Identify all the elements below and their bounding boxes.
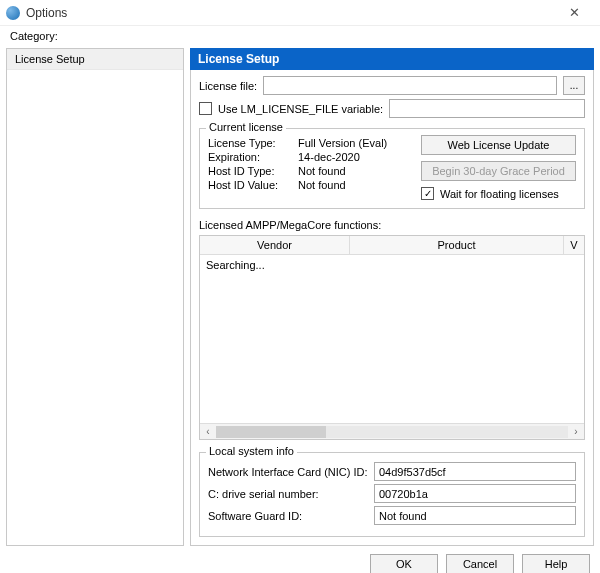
horizontal-scrollbar[interactable]: ‹ ›	[200, 423, 584, 439]
host-id-type-label: Host ID Type:	[208, 165, 298, 177]
software-guard-label: Software Guard ID:	[208, 510, 368, 522]
category-label: Category:	[0, 26, 600, 48]
cdrive-serial-input[interactable]	[374, 484, 576, 503]
wait-floating-checkbox[interactable]	[421, 187, 434, 200]
close-icon[interactable]: ✕	[554, 5, 594, 20]
web-license-update-button[interactable]: Web License Update	[421, 135, 576, 155]
wait-floating-label: Wait for floating licenses	[440, 188, 559, 200]
functions-status-text: Searching...	[206, 259, 265, 271]
scroll-right-icon[interactable]: ›	[568, 425, 584, 439]
column-vendor[interactable]: Vendor	[200, 236, 350, 254]
license-file-label: License file:	[199, 80, 257, 92]
system-info-group-title: Local system info	[206, 445, 297, 457]
license-file-input[interactable]	[263, 76, 557, 95]
column-extra[interactable]: V	[564, 236, 584, 254]
functions-section-label: Licensed AMPP/MegaCore functions:	[199, 219, 585, 231]
sidebar-item-license-setup[interactable]: License Setup	[7, 49, 183, 70]
panel-title: License Setup	[190, 48, 594, 70]
host-id-value-label: Host ID Value:	[208, 179, 298, 191]
sidebar-item-label: License Setup	[15, 53, 85, 65]
expiration-label: Expiration:	[208, 151, 298, 163]
software-guard-input[interactable]	[374, 506, 576, 525]
license-setup-panel: License Setup License file: ... Use LM_L…	[190, 48, 594, 546]
window-title: Options	[26, 6, 554, 20]
browse-button[interactable]: ...	[563, 76, 585, 95]
expiration-value: 14-dec-2020	[298, 151, 360, 163]
scrollbar-track[interactable]	[216, 426, 568, 438]
system-info-group: Local system info Network Interface Card…	[199, 452, 585, 537]
cdrive-serial-label: C: drive serial number:	[208, 488, 368, 500]
host-id-type-value: Not found	[298, 165, 346, 177]
cancel-button[interactable]: Cancel	[446, 554, 514, 573]
host-id-value-value: Not found	[298, 179, 346, 191]
app-icon	[6, 6, 20, 20]
license-type-value: Full Version (Eval)	[298, 137, 387, 149]
current-license-group-title: Current license	[206, 121, 286, 133]
category-tree[interactable]: License Setup	[6, 48, 184, 546]
functions-list[interactable]: Vendor Product V Searching... ‹ ›	[199, 235, 585, 440]
ok-button[interactable]: OK	[370, 554, 438, 573]
current-license-group: Current license License Type: Full Versi…	[199, 128, 585, 209]
license-type-label: License Type:	[208, 137, 298, 149]
nic-id-input[interactable]	[374, 462, 576, 481]
titlebar: Options ✕	[0, 0, 600, 26]
functions-list-body: Searching...	[200, 255, 584, 423]
functions-list-header: Vendor Product V	[200, 236, 584, 255]
dialog-buttons: OK Cancel Help	[0, 546, 600, 573]
scroll-left-icon[interactable]: ‹	[200, 425, 216, 439]
help-button[interactable]: Help	[522, 554, 590, 573]
use-env-checkbox[interactable]	[199, 102, 212, 115]
use-env-input[interactable]	[389, 99, 585, 118]
nic-id-label: Network Interface Card (NIC) ID:	[208, 466, 368, 478]
use-env-label: Use LM_LICENSE_FILE variable:	[218, 103, 383, 115]
scrollbar-thumb[interactable]	[216, 426, 326, 438]
ellipsis-icon: ...	[570, 80, 578, 91]
begin-grace-period-button[interactable]: Begin 30-day Grace Period	[421, 161, 576, 181]
column-product[interactable]: Product	[350, 236, 564, 254]
